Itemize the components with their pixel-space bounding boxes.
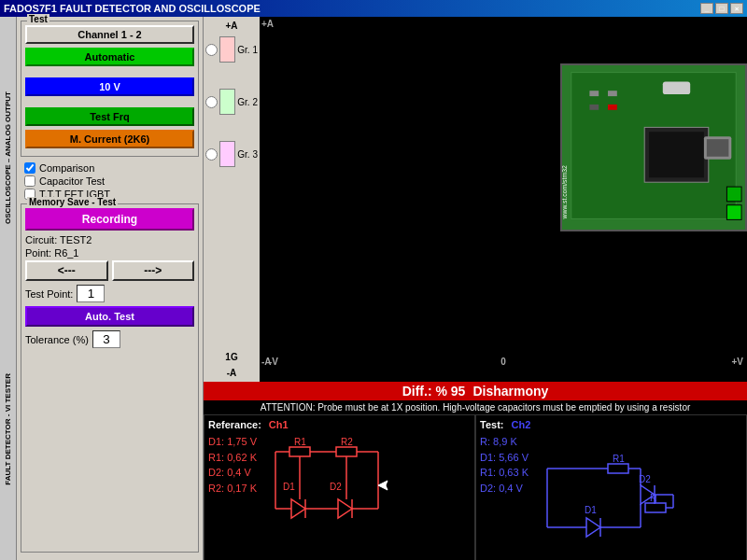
plus-a-label: +A: [205, 19, 258, 33]
svg-rect-40: [645, 503, 666, 512]
m-current-button[interactable]: M. Current (2K6): [25, 130, 194, 148]
comparison-checkbox[interactable]: [24, 162, 35, 174]
test-d1: D1: 5,66 V: [480, 450, 529, 466]
test-group-title: Test: [27, 14, 49, 24]
test-d2: D2: 0,4 V: [480, 481, 529, 497]
group1-row: Gr. 1: [205, 36, 258, 63]
svg-text:D1: D1: [283, 482, 295, 492]
svg-rect-17: [336, 447, 357, 456]
gr1-label: Gr. 1: [237, 45, 258, 55]
test-r1: R1: 0,63 K: [480, 465, 529, 481]
nav-right-button[interactable]: --->: [112, 260, 195, 281]
test-label: Test:: [480, 419, 503, 430]
capacitor-test-label: Capacitor Test: [39, 175, 105, 187]
left-panel: Test Channel 1 - 2 Automatic 10 V Test F…: [17, 17, 204, 560]
fault-detector-label: FAULT DETECTOR - VI TESTER: [4, 373, 12, 485]
svg-marker-34: [378, 481, 388, 490]
svg-marker-22: [338, 499, 352, 518]
svg-rect-12: [726, 187, 741, 202]
channel-button[interactable]: Channel 1 - 2: [25, 25, 194, 44]
svg-rect-4: [663, 81, 690, 94]
ref-channel: Ch1: [269, 419, 289, 430]
gr2-radio[interactable]: [205, 96, 218, 108]
window-controls[interactable]: _ □ ×: [700, 3, 743, 14]
comparison-label: Comparison: [39, 162, 94, 174]
svg-marker-43: [586, 518, 600, 537]
test-data: R: 8,9 K D1: 5,66 V R1: 0,63 K D2: 0,4 V: [480, 434, 529, 557]
svg-text:D1: D1: [585, 505, 597, 515]
gr1-box: [219, 36, 235, 63]
gr3-radio[interactable]: [205, 148, 218, 161]
attention-bar: ATTENTION: Probe must be at 1X position.…: [204, 400, 747, 414]
svg-text:R2: R2: [341, 437, 353, 447]
disharmony-label: Disharmony: [472, 384, 548, 399]
auto-test-button[interactable]: Auto. Test: [25, 306, 194, 327]
ref-content: D1: 1,75 V R1: 0,62 K D2: 0,4 V R2: 0,17…: [208, 434, 471, 557]
test-panel: Test: Ch2 R: 8,9 K D1: 5,66 V R1: 0,63 K…: [475, 414, 747, 560]
test-r: R: 8,9 K: [480, 434, 529, 450]
test-circuit-svg: R1 D2 D1 R: [529, 434, 687, 555]
voltage-button[interactable]: 10 V: [25, 77, 194, 96]
pcb-image: www.st.com/stm32: [560, 63, 747, 231]
test-content: R: 8,9 K D1: 5,66 V R1: 0,63 K D2: 0,4 V…: [480, 434, 742, 557]
scope-wrapper: www.st.com/stm32 +A -A 0 -V +V: [260, 17, 747, 382]
ref-d2: D2: 0,4 V: [208, 465, 257, 481]
capacitor-test-row: Capacitor Test: [24, 175, 195, 187]
ref-r2: R2: 0,17 K: [208, 481, 257, 497]
gr3-box: [219, 141, 235, 167]
plus-a-axis: +A: [261, 19, 274, 29]
tolerance-input[interactable]: [92, 330, 120, 348]
ref-header: Referance: Ch1: [208, 419, 471, 430]
svg-text:R1: R1: [294, 437, 306, 447]
svg-rect-10: [707, 139, 729, 157]
svg-rect-6: [608, 91, 617, 96]
svg-rect-7: [589, 105, 599, 110]
recording-button[interactable]: Recording: [25, 208, 194, 231]
close-button[interactable]: ×: [730, 3, 743, 14]
plus-v-axis: +V: [731, 357, 743, 367]
test-frq-button[interactable]: Test Frq: [25, 107, 194, 126]
svg-text:D2: D2: [330, 482, 342, 492]
minus-a-label: -A: [205, 366, 258, 380]
nav-left-button[interactable]: <---: [25, 260, 108, 281]
vertical-labels: OSCILLOSCOPE – ANALOG OUTPUT FAULT DETEC…: [0, 17, 17, 560]
svg-rect-36: [608, 464, 628, 473]
comparison-row: Comparison: [24, 162, 195, 174]
group3-row: Gr. 3: [205, 141, 258, 167]
svg-rect-11: [726, 205, 741, 220]
memory-save-group: Memory Save - Test Recording Circuit: TE…: [21, 203, 199, 553]
gr3-label: Gr. 3: [237, 149, 258, 160]
test-point-input[interactable]: [77, 285, 105, 302]
test-circuit-area: R1 D2 D1 R: [529, 434, 742, 557]
minimize-button[interactable]: _: [700, 3, 713, 14]
tolerance-row: Tolerance (%): [25, 330, 194, 348]
memory-save-title: Memory Save - Test: [27, 197, 118, 207]
nav-row: <--- --->: [25, 260, 194, 281]
minus-v-axis: -V: [269, 357, 278, 367]
gr2-box: [219, 89, 235, 115]
svg-rect-15: [289, 447, 310, 456]
pcb-svg: www.st.com/stm32: [562, 63, 745, 230]
test-header: Test: Ch2: [480, 419, 742, 430]
test-group: Test Channel 1 - 2 Automatic 10 V Test F…: [21, 21, 199, 157]
gr1-radio[interactable]: [205, 44, 218, 56]
test-channel: Ch2: [511, 419, 530, 430]
bottom-panels: Referance: Ch1 D1: 1,75 V R1: 0,62 K D2:…: [204, 414, 747, 560]
group-column: +A Gr. 1 Gr. 2 Gr. 3: [204, 17, 260, 382]
circuit-info: Circuit: TEST2: [25, 234, 194, 245]
svg-marker-20: [291, 499, 305, 518]
status-bar: Diff.: % 95 Disharmony: [204, 382, 747, 400]
svg-rect-8: [608, 105, 617, 110]
capacitor-test-checkbox[interactable]: [24, 175, 35, 187]
maximize-button[interactable]: □: [715, 3, 728, 14]
reference-panel: Referance: Ch1 D1: 1,75 V R1: 0,62 K D2:…: [204, 414, 475, 560]
svg-rect-3: [649, 132, 704, 177]
svg-text:R1: R1: [613, 454, 625, 464]
tolerance-label: Tolerance (%): [25, 334, 89, 345]
ref-r1: R1: 0,62 K: [208, 450, 257, 466]
oscilloscope-area: +A Gr. 1 Gr. 2 Gr. 3: [204, 17, 747, 382]
automatic-button[interactable]: Automatic: [25, 48, 194, 66]
svg-text:www.st.com/stm32: www.st.com/stm32: [562, 165, 568, 219]
ref-circuit-area: R1 R2 D1 D2: [257, 434, 471, 557]
app-title: FADOS7F1 FAULT DETECTOR AND OSCILLOSCOPE: [4, 3, 261, 14]
